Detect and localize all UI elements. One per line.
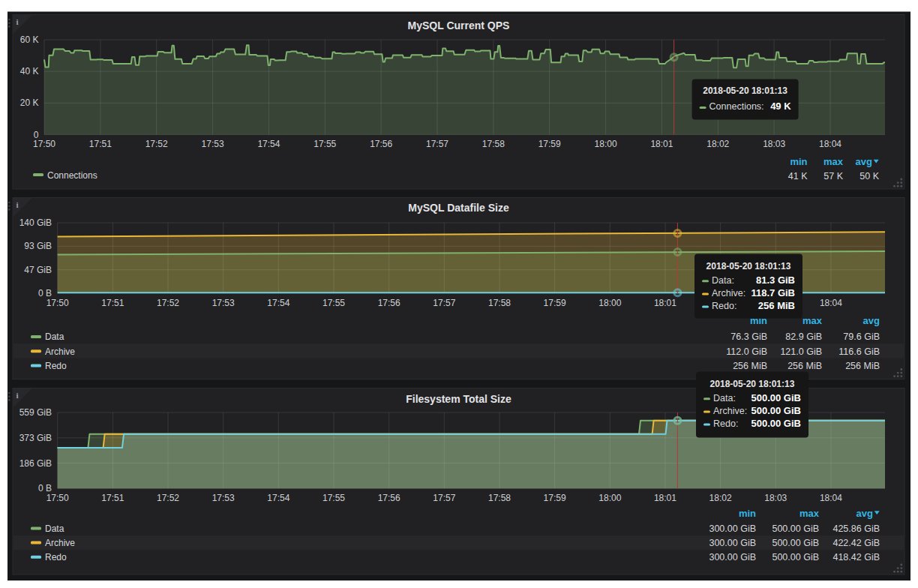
svg-text:17:50: 17:50 bbox=[33, 139, 56, 149]
svg-text:Archive:: Archive: bbox=[713, 406, 747, 416]
svg-text:18:04: 18:04 bbox=[820, 493, 842, 503]
svg-text:17:58: 17:58 bbox=[482, 139, 505, 149]
svg-text:min: min bbox=[739, 508, 756, 519]
svg-text:i: i bbox=[16, 391, 19, 400]
svg-text:140 GiB: 140 GiB bbox=[20, 218, 52, 228]
svg-text:300.00 GiB: 300.00 GiB bbox=[709, 552, 756, 562]
svg-text:min: min bbox=[790, 156, 807, 167]
svg-text:Data: Data bbox=[45, 332, 64, 342]
svg-text:500.00 GiB: 500.00 GiB bbox=[772, 552, 819, 562]
svg-text:max: max bbox=[802, 315, 823, 326]
svg-text:17:57: 17:57 bbox=[426, 139, 448, 149]
svg-text:17:53: 17:53 bbox=[212, 298, 235, 308]
svg-text:18:02: 18:02 bbox=[706, 139, 729, 149]
svg-text:Archive: Archive bbox=[45, 346, 75, 357]
svg-text:i: i bbox=[16, 17, 19, 26]
svg-text:Redo:: Redo: bbox=[713, 418, 738, 429]
svg-text:Redo: Redo bbox=[45, 552, 67, 562]
svg-text:17:55: 17:55 bbox=[314, 139, 336, 149]
svg-text:116.6 GiB: 116.6 GiB bbox=[838, 346, 880, 357]
svg-text:17:56: 17:56 bbox=[370, 139, 392, 149]
svg-text:Data: Data bbox=[45, 524, 64, 534]
svg-text:18:01: 18:01 bbox=[654, 298, 676, 308]
svg-text:76.3 GiB: 76.3 GiB bbox=[730, 332, 767, 342]
svg-text:max: max bbox=[800, 508, 820, 519]
svg-text:17:54: 17:54 bbox=[267, 298, 290, 308]
svg-text:2018-05-20 18:01:13: 2018-05-20 18:01:13 bbox=[706, 261, 791, 272]
svg-text:49 K: 49 K bbox=[770, 100, 791, 112]
svg-text:300.00 GiB: 300.00 GiB bbox=[709, 538, 756, 548]
svg-text:500.00 GiB: 500.00 GiB bbox=[772, 524, 819, 534]
svg-text:81.3 GiB: 81.3 GiB bbox=[756, 274, 795, 286]
svg-text:Redo:: Redo: bbox=[712, 301, 736, 311]
svg-text:i: i bbox=[16, 200, 19, 209]
svg-text:17:56: 17:56 bbox=[378, 298, 400, 308]
svg-text:500.00 GiB: 500.00 GiB bbox=[772, 538, 819, 548]
svg-text:18:03: 18:03 bbox=[763, 139, 785, 149]
svg-text:17:52: 17:52 bbox=[146, 139, 168, 149]
svg-text:17:55: 17:55 bbox=[322, 493, 345, 503]
svg-text:112.0 GiB: 112.0 GiB bbox=[726, 346, 767, 357]
svg-text:Filesystem Total Size: Filesystem Total Size bbox=[406, 393, 512, 405]
svg-text:MySQL Current QPS: MySQL Current QPS bbox=[408, 20, 510, 32]
svg-text:18:02: 18:02 bbox=[710, 493, 732, 503]
svg-text:256 MiB: 256 MiB bbox=[845, 361, 880, 371]
svg-text:17:51: 17:51 bbox=[101, 298, 124, 308]
svg-text:500.00 GiB: 500.00 GiB bbox=[752, 392, 802, 404]
svg-text:17:57: 17:57 bbox=[433, 298, 455, 308]
svg-text:Redo: Redo bbox=[45, 361, 67, 371]
svg-text:60 K: 60 K bbox=[20, 34, 39, 45]
svg-text:82.9 GiB: 82.9 GiB bbox=[785, 332, 822, 342]
svg-text:2018-05-20 18:01:13: 2018-05-20 18:01:13 bbox=[703, 86, 788, 96]
svg-text:MySQL Datafile Size: MySQL Datafile Size bbox=[408, 202, 509, 214]
svg-text:500.00 GiB: 500.00 GiB bbox=[752, 405, 802, 416]
svg-text:17:56: 17:56 bbox=[378, 493, 400, 503]
svg-text:18:03: 18:03 bbox=[764, 493, 787, 503]
svg-text:avg: avg bbox=[856, 156, 872, 167]
svg-text:17:53: 17:53 bbox=[212, 493, 235, 503]
svg-text:18:04: 18:04 bbox=[819, 139, 842, 149]
svg-text:max: max bbox=[824, 156, 844, 167]
svg-text:17:59: 17:59 bbox=[544, 493, 566, 503]
svg-text:256 MiB: 256 MiB bbox=[758, 300, 795, 311]
svg-text:18:01: 18:01 bbox=[654, 493, 676, 503]
svg-text:18:01: 18:01 bbox=[650, 139, 673, 149]
svg-text:50 K: 50 K bbox=[860, 171, 879, 182]
svg-text:500.00 GiB: 500.00 GiB bbox=[752, 418, 802, 429]
svg-text:256 MiB: 256 MiB bbox=[788, 361, 822, 371]
svg-text:17:52: 17:52 bbox=[157, 493, 179, 503]
svg-text:57 K: 57 K bbox=[824, 171, 843, 182]
svg-text:17:55: 17:55 bbox=[322, 298, 345, 308]
svg-text:2018-05-20 18:01:13: 2018-05-20 18:01:13 bbox=[710, 379, 795, 389]
svg-text:40 K: 40 K bbox=[20, 66, 39, 76]
svg-text:18:00: 18:00 bbox=[595, 139, 617, 149]
svg-text:avg: avg bbox=[863, 315, 880, 326]
svg-text:425.86 GiB: 425.86 GiB bbox=[832, 524, 880, 534]
svg-text:186 GiB: 186 GiB bbox=[20, 458, 52, 469]
svg-text:17:58: 17:58 bbox=[488, 298, 511, 308]
svg-text:17:58: 17:58 bbox=[488, 493, 511, 503]
svg-text:18:00: 18:00 bbox=[598, 298, 621, 308]
svg-text:17:51: 17:51 bbox=[101, 493, 124, 503]
svg-text:300.00 GiB: 300.00 GiB bbox=[709, 524, 756, 534]
svg-text:17:54: 17:54 bbox=[267, 493, 290, 503]
svg-text:17:51: 17:51 bbox=[89, 139, 112, 149]
svg-text:41 K: 41 K bbox=[788, 171, 808, 182]
svg-text:79.6 GiB: 79.6 GiB bbox=[843, 332, 880, 342]
svg-text:422.42 GiB: 422.42 GiB bbox=[832, 538, 880, 548]
svg-text:559 GiB: 559 GiB bbox=[20, 407, 52, 418]
svg-text:17:50: 17:50 bbox=[46, 493, 69, 503]
svg-text:17:59: 17:59 bbox=[538, 139, 561, 149]
svg-text:118.7 GiB: 118.7 GiB bbox=[751, 287, 795, 298]
svg-text:17:50: 17:50 bbox=[46, 298, 69, 308]
svg-text:93 GiB: 93 GiB bbox=[24, 241, 52, 251]
svg-text:373 GiB: 373 GiB bbox=[20, 433, 52, 443]
svg-text:17:59: 17:59 bbox=[544, 298, 566, 308]
svg-text:418.42 GiB: 418.42 GiB bbox=[832, 552, 880, 562]
svg-text:17:54: 17:54 bbox=[257, 139, 280, 149]
svg-text:121.0 GiB: 121.0 GiB bbox=[780, 346, 822, 357]
svg-text:Connections: Connections bbox=[47, 170, 98, 181]
svg-text:Data:: Data: bbox=[713, 393, 736, 404]
svg-text:20 K: 20 K bbox=[20, 98, 39, 108]
svg-text:Archive: Archive bbox=[45, 538, 75, 548]
